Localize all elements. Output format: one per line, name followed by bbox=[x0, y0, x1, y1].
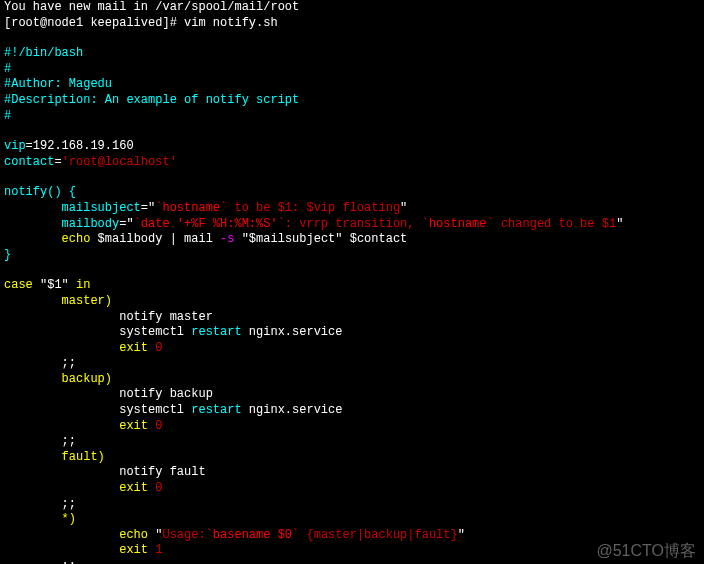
case-default: *) bbox=[4, 512, 76, 526]
notify-master-call: notify master bbox=[4, 310, 213, 324]
double-semicolon: ;; bbox=[4, 434, 76, 448]
string-text: to be $1: $vip floating bbox=[227, 201, 400, 215]
nginx-service: nginx.service bbox=[242, 325, 343, 339]
double-semicolon: ;; bbox=[4, 559, 76, 564]
vim-command[interactable]: vim notify.sh bbox=[184, 16, 278, 30]
backtick-date: `date '+%F %H:%M:%S'` bbox=[134, 217, 285, 231]
mail-subject-arg: "$mailsubject" bbox=[234, 232, 349, 246]
eq-sign: = bbox=[54, 155, 61, 169]
double-semicolon: ;; bbox=[4, 356, 76, 370]
exit-cmd: exit bbox=[4, 341, 148, 355]
double-semicolon: ;; bbox=[4, 497, 76, 511]
quote: " bbox=[616, 217, 623, 231]
usage-options: {master|backup|fault} bbox=[299, 528, 457, 542]
case-var: "$1" bbox=[33, 278, 76, 292]
notify-fault-call: notify fault bbox=[4, 465, 206, 479]
shebang-line: #!/bin/bash bbox=[4, 46, 83, 60]
backtick-basename: `basename $0` bbox=[206, 528, 300, 542]
var-contact: contact bbox=[4, 155, 54, 169]
case-keyword: case bbox=[4, 278, 33, 292]
case-master: master) bbox=[4, 294, 112, 308]
var-mailbody: mailbody bbox=[4, 217, 119, 231]
exit-code: 0 bbox=[148, 419, 162, 433]
restart-subcmd: restart bbox=[191, 325, 241, 339]
restart-subcmd: restart bbox=[191, 403, 241, 417]
exit-code: 1 bbox=[148, 543, 162, 557]
terminal-output: You have new mail in /var/spool/mail/roo… bbox=[4, 0, 700, 564]
exit-cmd: exit bbox=[4, 419, 148, 433]
exit-cmd: exit bbox=[4, 481, 148, 495]
var-vip: vip bbox=[4, 139, 26, 153]
comment-hash: # bbox=[4, 109, 11, 123]
comment-hash: # bbox=[4, 62, 11, 76]
exit-cmd: exit bbox=[4, 543, 148, 557]
exit-code: 0 bbox=[148, 481, 162, 495]
eq-sign: = bbox=[141, 201, 148, 215]
backtick-hostname: `hostname` bbox=[422, 217, 494, 231]
quote: " bbox=[126, 217, 133, 231]
systemctl-cmd: systemctl bbox=[4, 325, 191, 339]
quote: " bbox=[458, 528, 465, 542]
mail-contact-arg: $contact bbox=[350, 232, 408, 246]
quote: " bbox=[400, 201, 407, 215]
vip-value: =192.168.19.160 bbox=[26, 139, 134, 153]
contact-value: 'root@localhost' bbox=[62, 155, 177, 169]
backtick-hostname: `hostname` bbox=[155, 201, 227, 215]
case-backup: backup) bbox=[4, 372, 112, 386]
usage-text: Usage: bbox=[162, 528, 205, 542]
comment-author: #Author: Magedu bbox=[4, 77, 112, 91]
var-mailsubject: mailsubject bbox=[4, 201, 141, 215]
notify-function: notify() { bbox=[4, 185, 76, 199]
echo-cmd: echo bbox=[4, 528, 155, 542]
mail-notice: You have new mail in /var/spool/mail/roo… bbox=[4, 0, 299, 14]
in-keyword: in bbox=[76, 278, 90, 292]
echo-cmd: echo bbox=[4, 232, 90, 246]
exit-code: 0 bbox=[148, 341, 162, 355]
string-text: : vrrp transition, bbox=[285, 217, 422, 231]
mail-cmd: mail bbox=[184, 232, 220, 246]
echo-body: $mailbody | bbox=[90, 232, 184, 246]
nginx-service: nginx.service bbox=[242, 403, 343, 417]
comment-description: #Description: An example of notify scrip… bbox=[4, 93, 299, 107]
close-brace: } bbox=[4, 248, 11, 262]
notify-backup-call: notify backup bbox=[4, 387, 213, 401]
systemctl-cmd: systemctl bbox=[4, 403, 191, 417]
shell-prompt: [root@node1 keepalived]# bbox=[4, 16, 184, 30]
string-text: changed to be $1 bbox=[494, 217, 616, 231]
mail-flag: -s bbox=[220, 232, 234, 246]
case-fault: fault) bbox=[4, 450, 105, 464]
watermark: @51CTO博客 bbox=[596, 541, 696, 562]
